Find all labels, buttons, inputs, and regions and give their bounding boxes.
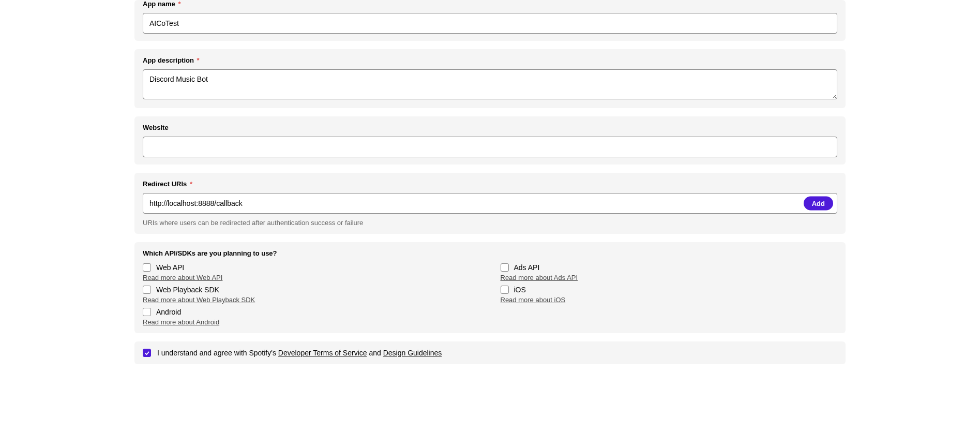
sdk-checkbox-ads-api[interactable] bbox=[501, 263, 509, 272]
redirect-uris-section: Redirect URIs * Add URIs where users can… bbox=[134, 173, 846, 234]
app-description-input[interactable] bbox=[143, 69, 837, 99]
sdk-item-ads-api: Ads API Read more about Ads API bbox=[501, 263, 838, 281]
website-label-text: Website bbox=[143, 124, 169, 131]
required-indicator: * bbox=[197, 56, 200, 64]
app-name-label: App name * bbox=[143, 0, 837, 8]
sdk-readmore-web-playback[interactable]: Read more about Web Playback SDK bbox=[143, 296, 255, 304]
sdk-item-web-playback: Web Playback SDK Read more about Web Pla… bbox=[143, 286, 480, 304]
sdk-item-android: Android Read more about Android bbox=[143, 308, 480, 326]
app-description-label-text: App description bbox=[143, 56, 194, 64]
redirect-helper-text: URIs where users can be redirected after… bbox=[143, 219, 837, 227]
required-indicator: * bbox=[178, 0, 180, 8]
sdk-label[interactable]: Ads API bbox=[514, 263, 540, 272]
app-description-section: App description * bbox=[134, 49, 846, 108]
terms-middle: and bbox=[367, 349, 383, 357]
sdk-label[interactable]: Web API bbox=[156, 263, 184, 272]
sdk-item-web-api: Web API Read more about Web API bbox=[143, 263, 480, 281]
api-sdks-heading: Which API/SDKs are you planning to use? bbox=[143, 249, 837, 257]
check-icon bbox=[144, 350, 150, 356]
sdk-readmore-web-api[interactable]: Read more about Web API bbox=[143, 274, 222, 281]
sdk-readmore-ios[interactable]: Read more about iOS bbox=[501, 296, 566, 304]
sdk-checkbox-android[interactable] bbox=[143, 308, 151, 316]
app-name-section: App name * bbox=[134, 0, 846, 41]
terms-prefix: I understand and agree with Spotify's bbox=[157, 349, 278, 357]
terms-section: I understand and agree with Spotify's De… bbox=[134, 341, 846, 364]
sdk-label[interactable]: Web Playback SDK bbox=[156, 286, 219, 294]
app-name-label-text: App name bbox=[143, 0, 175, 8]
terms-text: I understand and agree with Spotify's De… bbox=[157, 349, 442, 357]
terms-link-design[interactable]: Design Guidelines bbox=[383, 349, 442, 357]
redirect-uri-input[interactable] bbox=[143, 193, 837, 214]
sdk-checkbox-web-playback[interactable] bbox=[143, 286, 151, 294]
sdk-checkbox-web-api[interactable] bbox=[143, 263, 151, 272]
app-name-input[interactable] bbox=[143, 13, 837, 34]
sdk-label[interactable]: iOS bbox=[514, 286, 526, 294]
sdk-label[interactable]: Android bbox=[156, 308, 181, 316]
redirect-uris-label: Redirect URIs * bbox=[143, 180, 837, 188]
redirect-uris-label-text: Redirect URIs bbox=[143, 180, 187, 188]
api-sdks-section: Which API/SDKs are you planning to use? … bbox=[134, 242, 846, 333]
terms-checkbox[interactable] bbox=[143, 349, 151, 357]
sdk-readmore-ads-api[interactable]: Read more about Ads API bbox=[501, 274, 578, 281]
app-description-label: App description * bbox=[143, 56, 837, 64]
add-redirect-button[interactable]: Add bbox=[804, 197, 833, 211]
website-input[interactable] bbox=[143, 137, 837, 157]
terms-link-tos[interactable]: Developer Terms of Service bbox=[278, 349, 367, 357]
website-label: Website bbox=[143, 124, 837, 131]
required-indicator: * bbox=[190, 180, 192, 188]
sdk-checkbox-ios[interactable] bbox=[501, 286, 509, 294]
website-section: Website bbox=[134, 116, 846, 165]
sdk-item-ios: iOS Read more about iOS bbox=[501, 286, 838, 304]
sdk-readmore-android[interactable]: Read more about Android bbox=[143, 318, 219, 326]
